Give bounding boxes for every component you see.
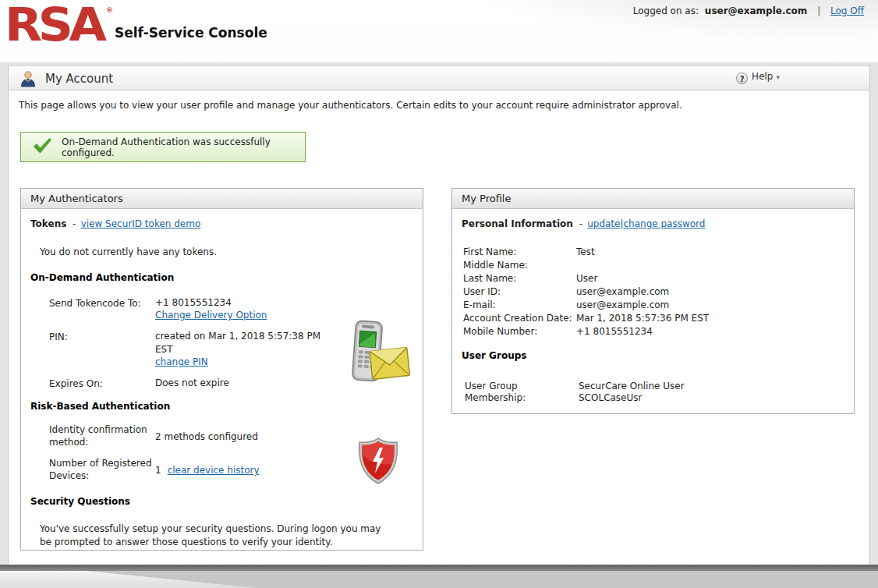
check-icon	[32, 137, 52, 157]
field-label: Mobile Number:	[463, 325, 576, 338]
field-label: Identity confirmation method:	[49, 424, 155, 448]
success-alert: On-Demand Authentication was successfull…	[20, 132, 306, 162]
page-footer	[0, 571, 878, 588]
change-password-link[interactable]: change password	[623, 218, 705, 229]
user-groups-heading: User Groups	[462, 350, 844, 361]
personal-info-row: Personal Information-update|change passw…	[462, 218, 844, 229]
field-value: 2 methods configured	[155, 431, 258, 442]
chevron-down-icon: ▾	[776, 73, 780, 81]
field-value: Test	[576, 246, 854, 259]
field-value: Does not expire	[155, 377, 323, 389]
update-link[interactable]: update	[587, 218, 620, 229]
footer-bar	[0, 565, 878, 571]
field-value: user@example.com	[576, 299, 854, 312]
dash: -	[73, 218, 76, 229]
help-menu[interactable]: ?Help▾	[736, 71, 780, 84]
change-pin-link[interactable]: change PIN	[155, 356, 208, 367]
field-label: Send Tokencode To:	[49, 296, 155, 309]
field-value: Mar 1, 2018 5:57:36 PM EST	[576, 312, 854, 325]
tokens-heading: Tokens	[30, 218, 66, 229]
field-value: created on Mar 1, 2018 5:57:38 PM EST	[155, 330, 323, 355]
logged-on-user: user@example.com	[705, 5, 807, 16]
security-questions-heading: Security Questions	[30, 496, 413, 507]
field-label: PIN:	[49, 330, 155, 342]
logged-on-bar: Logged on as: user@example.com | Log Off	[633, 5, 864, 16]
field-label: User ID:	[463, 285, 576, 299]
page-description: This page allows you to view your user p…	[19, 100, 682, 111]
logged-on-label: Logged on as:	[633, 5, 699, 16]
profile-fields: First Name: Test Middle Name: Last Name:…	[463, 246, 854, 338]
registered-mark-icon: ®	[106, 6, 113, 14]
clear-device-history-link[interactable]: clear device history	[168, 465, 260, 476]
field-value: User	[576, 272, 854, 285]
page-bar: My Account ?Help▾	[9, 66, 869, 90]
phone-sms-icon	[340, 317, 412, 391]
dash: -	[579, 218, 582, 229]
field-value: user@example.com	[576, 285, 854, 299]
no-tokens-text: You do not currently have any tokens.	[40, 246, 413, 257]
my-profile-panel: My Profile Personal Information-update|c…	[451, 188, 855, 414]
field-label: First Name:	[463, 246, 576, 259]
success-message: On-Demand Authentication was successfull…	[62, 136, 305, 158]
user-bust-icon	[19, 69, 37, 90]
my-authenticators-panel: My Authenticators Tokens-view SecurID to…	[20, 188, 423, 551]
app-header: RSA ® Self-Service Console Logged on as:…	[0, 0, 878, 62]
field-label: E-mail:	[463, 299, 576, 312]
field-label: Number of Registered Devices:	[49, 458, 155, 482]
change-delivery-option-link[interactable]: Change Delivery Option	[155, 310, 267, 321]
user-group-item: SCOLCaseUsr	[579, 392, 854, 404]
log-off-link[interactable]: Log Off	[830, 5, 864, 16]
field-value: +1 8015551234	[576, 325, 854, 338]
user-group-item: SecurCare Online User	[579, 381, 854, 392]
tokens-row: Tokens-view SecurID token demo	[30, 218, 413, 229]
risk-shield-icon	[357, 437, 399, 487]
field-label: Account Creation Date:	[463, 312, 576, 325]
personal-info-heading: Personal Information	[462, 218, 573, 229]
field-label: User Group Membership:	[465, 381, 579, 404]
page-title: My Account	[45, 72, 113, 86]
field-label: Last Name:	[463, 272, 576, 285]
oda-heading: On-Demand Authentication	[30, 272, 413, 283]
help-icon: ?	[736, 73, 748, 84]
app-title: Self-Service Console	[115, 25, 267, 41]
help-label: Help	[752, 71, 773, 82]
view-token-demo-link[interactable]: view SecurID token demo	[81, 218, 201, 229]
rba-heading: Risk-Based Authentication	[30, 401, 413, 412]
footer-swoosh	[0, 571, 281, 588]
security-questions-text: You've successfully setup your security …	[40, 522, 391, 550]
panel-title: My Authenticators	[21, 189, 423, 209]
registered-devices-count: 1	[155, 465, 161, 476]
field-label: Expires On:	[49, 377, 155, 389]
field-label: Middle Name:	[463, 259, 576, 272]
separator: |	[817, 5, 820, 16]
panel-title: My Profile	[452, 189, 854, 209]
content-area: My Account ?Help▾ This page allows you t…	[8, 66, 870, 571]
field-value: +1 8015551234	[155, 296, 323, 309]
rsa-logo: RSA	[5, 2, 103, 48]
field-value	[576, 259, 854, 272]
user-group-membership: User Group Membership: SecurCare Online …	[465, 381, 854, 404]
